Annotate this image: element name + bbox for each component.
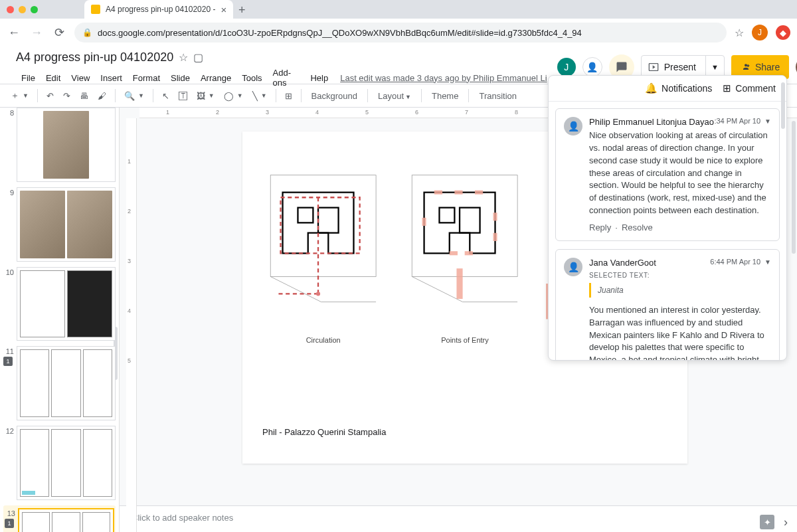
present-label: Present — [664, 62, 696, 72]
paint-format-button[interactable]: 🖌 — [94, 88, 110, 104]
lock-icon: 🔒 — [82, 28, 92, 37]
background-button[interactable]: Background — [306, 88, 363, 104]
print-button[interactable]: 🖶 — [76, 88, 92, 104]
svg-rect-8 — [493, 233, 497, 241]
menu-slide[interactable]: Slide — [165, 71, 195, 85]
bookmark-star-icon[interactable]: ☆ — [735, 27, 744, 39]
close-tab-icon[interactable]: × — [221, 4, 226, 15]
back-button[interactable]: ← — [7, 26, 21, 40]
forward-button[interactable]: → — [29, 26, 44, 40]
star-doc-icon[interactable]: ☆ — [179, 51, 188, 64]
svg-point-1 — [316, 292, 320, 296]
svg-rect-7 — [493, 213, 497, 221]
doc-title[interactable]: A4 progress pin-up 04102020 — [16, 50, 173, 64]
menu-file[interactable]: File — [16, 71, 41, 85]
collaborator-anon-avatar[interactable]: 👤 — [582, 57, 602, 77]
reload-button[interactable]: ⟳ — [52, 25, 66, 40]
comment-list[interactable]: 👤 Philip Emmanuel Litonjua Dayao:34 PM A… — [549, 102, 786, 360]
panel-scrollbar[interactable] — [781, 102, 785, 129]
comments-panel: 🔔 Notifications ⊞ Comment 👤 Philip Emman… — [548, 75, 787, 361]
comment-actions: Reply · Resolve — [589, 222, 771, 232]
move-doc-icon[interactable]: ▢ — [193, 51, 203, 64]
redo-button[interactable]: ↷ — [59, 88, 74, 104]
minimize-window-icon[interactable] — [19, 6, 26, 13]
svg-rect-9 — [450, 251, 458, 255]
layout-button[interactable]: Layout▼ — [373, 88, 416, 104]
comment-body: You mentioned an interest in color yeste… — [589, 304, 771, 360]
browser-chrome: A4 progress pin-up 04102020 - × + ← → ⟳ … — [0, 0, 797, 46]
slide-thumb-8[interactable]: 8 — [3, 108, 116, 182]
svg-rect-4 — [455, 191, 463, 195]
comment-badge: 1 — [5, 519, 14, 528]
slide-panel[interactable]: 8 9 10 111 12 131 14 — [0, 108, 120, 532]
canvas-scrollbar[interactable] — [792, 121, 796, 254]
browser-tabs: A4 progress pin-up 04102020 - × + — [44, 0, 797, 19]
comment-more-icon[interactable]: ▼ — [764, 258, 771, 266]
tab-title: A4 progress pin-up 04102020 - — [106, 5, 215, 14]
share-label: Share — [755, 62, 780, 72]
notifications-button[interactable]: 🔔 Notifications — [645, 82, 712, 94]
resolve-button[interactable]: Resolve — [622, 222, 653, 232]
undo-button[interactable]: ↶ — [43, 88, 58, 104]
present-icon — [648, 62, 659, 72]
bell-icon: 🔔 — [645, 82, 658, 94]
menu-format[interactable]: Format — [128, 71, 165, 85]
comment-time: :34 PM Apr 10▼ — [714, 117, 771, 125]
theme-button[interactable]: Theme — [426, 88, 464, 104]
zoom-button[interactable]: 🔍▼ — [120, 88, 148, 104]
doc-meta: A4 progress pin-up 04102020 ☆ ▢ File Edi… — [16, 50, 557, 90]
svg-rect-6 — [422, 218, 426, 226]
explore-icon[interactable]: ✦ — [760, 515, 774, 529]
maximize-window-icon[interactable] — [31, 6, 38, 13]
speaker-notes[interactable]: Click to add speaker notes — [120, 505, 797, 532]
comments-panel-header: 🔔 Notifications ⊞ Comment — [549, 76, 786, 102]
plan-label: Circulation — [306, 336, 341, 344]
slide-thumb-13[interactable]: 131 — [3, 505, 116, 532]
menu-addons[interactable]: Add-ons — [268, 66, 306, 90]
add-comment-icon: ⊞ — [723, 82, 731, 94]
slide-thumb-11[interactable]: 111 — [3, 346, 116, 420]
image-tool[interactable]: 🖼▼ — [193, 88, 219, 104]
comment-card[interactable]: 👤 Jana VanderGoot 6:44 PM Apr 10▼ SELECT… — [555, 249, 780, 360]
new-tab-button[interactable]: + — [233, 1, 250, 19]
svg-rect-2 — [412, 175, 518, 277]
menu-bar: File Edit View Insert Format Slide Arran… — [16, 66, 557, 90]
select-tool[interactable]: ↖ — [158, 88, 173, 104]
plan-entry: Points of Entry — [404, 158, 525, 344]
line-tool[interactable]: ╲▼ — [248, 88, 271, 104]
menu-arrange[interactable]: Arrange — [195, 71, 236, 85]
transition-button[interactable]: Transition — [474, 88, 522, 104]
menu-help[interactable]: Help — [305, 71, 333, 85]
textbox-tool[interactable]: 🅃 — [175, 88, 191, 104]
menu-tools[interactable]: Tools — [236, 71, 267, 85]
last-edit-link[interactable]: Last edit was made 3 days ago by Philip … — [340, 73, 557, 83]
svg-rect-5 — [475, 191, 483, 195]
bottom-right-controls: ✦ › — [760, 515, 788, 529]
menu-edit[interactable]: Edit — [41, 71, 66, 85]
browser-tab[interactable]: A4 progress pin-up 04102020 - × — [84, 0, 233, 19]
comment-tool[interactable]: ⊞ — [281, 88, 296, 104]
extension-icon[interactable]: ◆ — [776, 25, 790, 40]
menu-insert[interactable]: Insert — [95, 71, 128, 85]
close-window-icon[interactable] — [7, 6, 14, 13]
selected-text-quote: Juanita — [589, 283, 771, 298]
shape-tool[interactable]: ◯▼ — [220, 88, 247, 104]
comment-card[interactable]: 👤 Philip Emmanuel Litonjua Dayao:34 PM A… — [555, 108, 780, 241]
chrome-profile-avatar[interactable]: J — [752, 25, 768, 41]
window-controls — [0, 0, 44, 19]
slide-thumb-9[interactable]: 9 — [3, 187, 116, 262]
comment-more-icon[interactable]: ▼ — [764, 118, 771, 125]
commenter-avatar: 👤 — [564, 258, 582, 276]
menu-view[interactable]: View — [66, 71, 95, 85]
svg-rect-3 — [434, 191, 442, 195]
comment-time: 6:44 PM Apr 10▼ — [710, 258, 771, 266]
chevron-right-icon[interactable]: › — [784, 515, 788, 529]
address-bar[interactable]: 🔒 docs.google.com/presentation/d/1coO3U-… — [74, 23, 727, 43]
slide-thumb-12[interactable]: 12 — [3, 426, 116, 500]
new-slide-button[interactable]: ＋▼ — [7, 87, 33, 104]
collaborator-avatar[interactable]: J — [557, 58, 576, 76]
add-comment-button[interactable]: ⊞ Comment — [723, 82, 776, 94]
slide-thumb-10[interactable]: 10 — [3, 267, 116, 341]
slide-caption: Phil - Palazzo Querini Stampalia — [262, 427, 386, 437]
reply-button[interactable]: Reply — [589, 222, 611, 232]
